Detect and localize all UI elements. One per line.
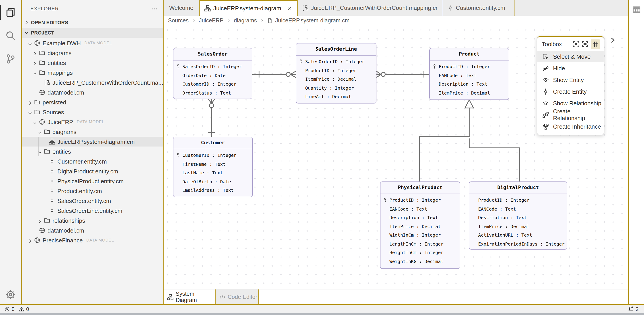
entity-attribute[interactable]: ItemPrice : Decimal (380, 222, 460, 231)
breadcrumb-current[interactable]: JuiceERP.system-diagram.cm (275, 18, 350, 24)
tab-juiceerp-customerwithordercount-mapping[interactable]: JuiceERP_CustomerWithOrderCount.mapping.… (298, 0, 442, 16)
entity-attribute[interactable]: WeightInKG : Decimal (380, 257, 460, 266)
entity-attribute[interactable]: ProductID : Integer (296, 66, 376, 75)
tree-item-entities[interactable]: entities (22, 146, 163, 156)
tab-juiceerp-system-diagram[interactable]: JuiceERP.system-diagram.cm (200, 0, 298, 16)
tree-item-juiceerp-customerwithordercount-ma[interactable]: JuiceERP_CustomerWithOrderCount.ma... (22, 78, 163, 88)
breadcrumb-item[interactable]: JuiceERP (199, 18, 224, 24)
entity-attribute[interactable]: OrderDate : Date (174, 71, 252, 80)
close-icon[interactable] (287, 6, 293, 11)
diagram-canvas[interactable]: SalesOrder SalesOrderID : IntegerOrderDa… (163, 26, 628, 289)
tree-item-juiceerp-system-diagram-cm[interactable]: JuiceERP.system-diagram.cm (22, 137, 163, 146)
tree-item-digitalproduct-entity-cm[interactable]: DigitalProduct.entity.cm (22, 166, 163, 176)
tree-item-physicalproduct-entity-cm[interactable]: PhysicalProduct.entity.cm (22, 176, 163, 186)
entity-attribute[interactable]: EANCode : Text (380, 204, 460, 213)
toolbox-item-create-inheritance[interactable]: Create Inheritance (537, 120, 604, 132)
entity-attribute[interactable]: DateOfBirth : Date (174, 177, 252, 186)
entity-attribute[interactable]: Quantity : Integer (296, 84, 376, 92)
breadcrumb-item[interactable]: diagrams (234, 18, 257, 24)
entity-physicalproduct[interactable]: PhysicalProduct ProductID : IntegerEANCo… (380, 182, 460, 269)
inheritance-branch-physicalproduct[interactable] (420, 137, 469, 182)
entity-attribute[interactable]: FirstName : Text (174, 160, 252, 168)
entity-attribute[interactable]: EANCode : Text (430, 71, 509, 80)
tree-item-persisted[interactable]: persisted (22, 97, 163, 107)
attribute-text: ExpirationPeriodInDays : Integer (478, 242, 564, 246)
entity-attribute[interactable]: ProductID : Integer (380, 196, 460, 204)
toolbox-item-create-relationship[interactable]: Create Relationship (537, 109, 604, 120)
tree-item-product-entity-cm[interactable]: Product.entity.cm (22, 186, 163, 196)
inheritance-branch-digitalproduct[interactable] (469, 138, 520, 182)
fit-node-icon[interactable] (573, 40, 580, 47)
entity-digitalproduct[interactable]: DigitalProduct ProductID : IntegerEANCod… (469, 182, 567, 250)
section-open-editors[interactable]: OPEN EDITORS (22, 18, 163, 27)
entity-attribute[interactable]: Description : Text (430, 80, 509, 88)
entity-attribute[interactable]: ExpirationPeriodInDays : Integer (469, 240, 567, 248)
entity-attribute[interactable]: OrderStatus : Text (174, 88, 252, 97)
entity-attribute[interactable]: LineAmt : Decimal (296, 92, 376, 101)
cardinality-zero-marker (210, 104, 214, 108)
breadcrumb-item[interactable]: Sources (168, 18, 189, 24)
tab-system-diagram[interactable]: System Diagram (163, 290, 216, 305)
entity-attribute[interactable]: LastName : Text (174, 168, 252, 177)
source-control-icon[interactable] (6, 54, 16, 64)
entity-salesorder[interactable]: SalesOrder SalesOrderID : IntegerOrderDa… (173, 48, 252, 99)
tab-customer-entity[interactable]: Customer.entity.cm (442, 0, 514, 16)
section-project[interactable]: PROJECT (22, 28, 163, 38)
toolbox-item-label: Hide (553, 65, 565, 72)
entity-attribute[interactable]: ProductID : Integer (469, 196, 567, 204)
tree-item-datamodel-cm[interactable]: datamodel.cm (22, 226, 163, 235)
tree-item-mappings[interactable]: mappings (22, 68, 163, 78)
table-view-icon[interactable] (632, 6, 641, 14)
more-actions-icon[interactable] (152, 6, 158, 12)
search-icon[interactable] (6, 30, 16, 41)
code-icon (219, 294, 226, 300)
entity-attribute[interactable]: EmailAddress : Text (174, 186, 252, 195)
grid-toggle-icon[interactable] (591, 39, 600, 48)
tree-item-datamodel-cm[interactable]: datamodel.cm (22, 88, 163, 97)
entity-product[interactable]: Product ProductID : IntegerEANCode : Tex… (429, 48, 509, 100)
entity-attribute[interactable]: Description : Text (469, 213, 567, 222)
entity-attribute[interactable]: CustomerID : Integer (174, 151, 252, 160)
fit-screen-icon[interactable] (582, 40, 588, 47)
entity-salesorderline[interactable]: SalesOrderLine SalesOrderID : IntegerPro… (296, 43, 376, 104)
warning-count: 0 (26, 306, 29, 312)
tree-item-example-dwh[interactable]: Example DWHDATA MODEL (22, 38, 163, 48)
tab-code-editor[interactable]: Code Editor (216, 290, 258, 305)
tab-welcome[interactable]: Welcome (163, 0, 200, 16)
notifications-status[interactable]: 2 (628, 306, 638, 312)
entity-attribute[interactable]: ItemPrice : Decimal (430, 88, 509, 97)
entity-attribute[interactable]: HeightInCm : Integer (380, 248, 460, 257)
tree-item-label: Product.entity.cm (57, 188, 102, 194)
entity-attribute[interactable]: SalesOrderID : Integer (174, 62, 252, 71)
toolbox-item-select-move[interactable]: Select & Move (537, 51, 604, 62)
tree-item-diagrams[interactable]: diagrams (22, 48, 163, 58)
tree-item-salesorderline-entity-cm[interactable]: SalesOrderLine.entity.cm (22, 206, 163, 216)
entity-attribute[interactable]: SalesOrderID : Integer (296, 57, 376, 66)
tree-item-diagrams[interactable]: diagrams (22, 127, 163, 137)
entity-attribute[interactable]: ProductID : Integer (430, 62, 509, 71)
tree-item-precisefinance[interactable]: PreciseFinanceDATA MODEL (22, 235, 163, 245)
entity-attribute[interactable]: ItemPrice : Decimal (296, 75, 376, 84)
entity-attribute[interactable]: CustomerID : Integer (174, 80, 252, 88)
entity-attribute[interactable]: EANCode : Text (469, 204, 567, 213)
tree-item-juiceerp[interactable]: JuiceERPDATA MODEL (22, 117, 163, 127)
gear-icon[interactable] (6, 290, 16, 300)
toolbox-item-hide[interactable]: Hide (537, 62, 604, 74)
toolbox-item-show-relationship[interactable]: Show Relationship (537, 97, 604, 109)
tree-item-salesorder-entity-cm[interactable]: SalesOrder.entity.cm (22, 196, 163, 206)
tree-item-relationships[interactable]: relationships (22, 216, 163, 226)
toolbox-item-create-entity[interactable]: Create Entity (537, 86, 604, 97)
entity-attribute[interactable]: ItemPrice : Decimal (469, 222, 567, 231)
tree-item-entities[interactable]: entities (22, 58, 163, 68)
entity-attribute[interactable]: LengthInCm : Integer (380, 240, 460, 248)
entity-attribute[interactable]: WidthInCm : Integer (380, 231, 460, 240)
problems-status[interactable]: 0 0 (4, 306, 29, 312)
toolbox-item-show-entity[interactable]: Show Entity (537, 74, 604, 86)
entity-attribute[interactable]: Description : Text (380, 213, 460, 222)
entity-attribute[interactable]: ActivationURL : Text (469, 231, 567, 240)
files-icon[interactable] (6, 7, 16, 18)
tree-item-customer-entity-cm[interactable]: Customer.entity.cm (22, 156, 163, 166)
collapse-toolbox-icon[interactable] (609, 37, 616, 44)
tree-item-sources[interactable]: Sources (22, 107, 163, 117)
entity-customer[interactable]: Customer CustomerID : IntegerFirstName :… (173, 137, 253, 197)
